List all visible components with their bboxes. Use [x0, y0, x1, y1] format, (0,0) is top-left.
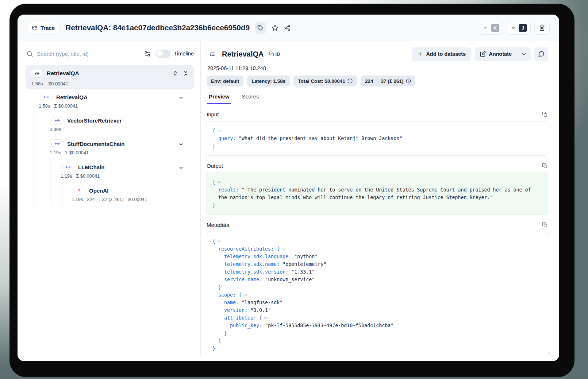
tree-node-metrics: 0.39s [50, 127, 61, 132]
tree-metric: 0.39s [50, 127, 61, 132]
json-key: public_key [230, 323, 259, 328]
json-punct: : [259, 277, 265, 282]
copy-icon [269, 51, 274, 57]
move-horizontal-icon [62, 163, 74, 171]
json-key: version [224, 308, 245, 313]
prev-trace-button[interactable]: K [479, 21, 503, 35]
collapse-chevron-icon[interactable] [244, 293, 247, 296]
tree-indent-guide [51, 160, 51, 206]
observation-detail-panel: RetrievalQA ID Add to datasets Annotate [201, 41, 559, 356]
json-value: "unknown_service" [265, 277, 315, 282]
trace-badge-label: Trace [41, 25, 55, 31]
json-punct [212, 195, 218, 200]
section-input: Input{ query: "What did the president sa… [206, 111, 548, 156]
tree-metric: 224 → 37 (Σ 261) [87, 197, 123, 202]
json-punct: } [224, 330, 227, 336]
star-icon[interactable] [272, 24, 278, 31]
json-content: { resourceAttributes: { telemetry.sdk.la… [212, 237, 542, 352]
copy-icon[interactable] [542, 222, 547, 228]
json-line: service.name: "unknown_service" [212, 277, 315, 282]
section-title: Metadata [207, 222, 230, 228]
tree-node-label: StuffDocumentsChain [67, 141, 125, 147]
section-title: Output [207, 163, 223, 169]
json-punct: } [212, 202, 215, 208]
tab-scores[interactable]: Scores [241, 91, 261, 104]
json-punct [212, 246, 218, 252]
tree-node-stuffdocumentschain[interactable]: StuffDocumentsChain [51, 139, 125, 148]
tree-metric: 1.19s [61, 173, 72, 179]
delete-trace-button[interactable] [534, 21, 550, 35]
json-key: telemetry.sdk.version [224, 269, 285, 275]
json-line: { [212, 239, 220, 244]
collapse-chevron-icon[interactable] [218, 180, 221, 183]
collapse-chevron-icon[interactable] [282, 247, 285, 250]
info-icon[interactable] [347, 78, 353, 84]
tree-node-metrics: 1.58sΣ $0.00041 [39, 103, 78, 109]
plus-icon [417, 51, 423, 57]
chevron-down-icon [510, 25, 516, 31]
json-line: public_key: "pk-lf-5855d85e-3943-497e-bd… [212, 323, 393, 328]
json-punct: } [212, 143, 215, 149]
pen-square-icon [480, 51, 486, 57]
info-icon[interactable] [406, 78, 411, 84]
json-punct [212, 300, 224, 305]
copy-id-button[interactable]: ID [269, 51, 280, 57]
tab-preview[interactable]: Preview [207, 91, 231, 104]
collapse-chevron-icon[interactable] [218, 239, 221, 243]
next-trace-button[interactable]: J [507, 21, 531, 35]
list-tree-icon [32, 25, 38, 31]
json-line: } [212, 338, 221, 344]
json-viewer: { query: "What did the president say abo… [206, 121, 548, 156]
trace-detail-window: Trace RetrievalQA: 84e1ac07dedbce3b2a236… [18, 15, 559, 361]
badge-label: 224 → 37 (Σ 261) [365, 78, 404, 84]
tree-node-retrievalqa[interactable]: RetrievalQA [40, 93, 88, 101]
share-icon[interactable] [284, 24, 291, 31]
json-punct: { [259, 315, 262, 321]
json-punct [212, 292, 218, 298]
comments-button[interactable] [534, 47, 548, 61]
json-punct: : [285, 269, 291, 275]
collapse-chevron-icon[interactable] [178, 165, 184, 171]
annotate-button-group: Annotate [475, 47, 531, 61]
json-line: } [212, 143, 215, 149]
annotate-dropdown-chevron-icon[interactable] [517, 47, 531, 61]
collapse-chevron-icon[interactable] [218, 128, 221, 132]
tree-node-llmchain[interactable]: LLMChain [62, 163, 105, 171]
annotate-button[interactable]: Annotate [475, 47, 517, 61]
json-key: service.name [224, 277, 259, 282]
resize-grip-icon[interactable] [546, 349, 550, 354]
badge-label: Latency: 1.58s [251, 78, 285, 84]
tag-icon[interactable] [255, 22, 266, 34]
add-to-datasets-button[interactable]: Add to datasets [412, 47, 471, 61]
tree-indent-guide [34, 113, 34, 206]
tree-metric: 1.19s [72, 197, 83, 202]
json-punct [212, 187, 218, 193]
json-line: scope: { [212, 292, 247, 298]
tree-node-vectorstoreretriever[interactable]: VectorStoreRetriever [51, 116, 122, 125]
json-punct: { [212, 128, 215, 134]
trace-tree-sidebar: Timeline RetrievalQA 1.58s $0.00041 Retr… [18, 41, 201, 356]
json-line: the nation's top legal minds who will co… [212, 195, 493, 200]
json-value: "pk-lf-5855d85e-3943-497e-bd10-f50ad414b… [265, 323, 393, 328]
metric-badge: Env: default [207, 76, 243, 86]
json-line: telemetry.sdk.version: "1.33.1" [212, 269, 315, 275]
section-title: Input [207, 111, 219, 117]
copy-icon[interactable] [542, 163, 547, 169]
copy-icon[interactable] [542, 112, 547, 117]
tree-node-openai[interactable]: OpenAI [73, 186, 108, 195]
collapse-chevron-icon[interactable] [178, 95, 184, 101]
page-title: RetrievalQA: 84e1ac07dedbce3b2a236b6ece6… [65, 23, 250, 32]
json-viewer: { result: " The president nominated her … [206, 173, 548, 215]
collapse-chevron-icon[interactable] [264, 316, 268, 319]
json-line: } [212, 330, 227, 336]
json-punct: : [233, 136, 239, 141]
collapse-chevron-icon[interactable] [178, 142, 184, 147]
json-punct: : [236, 300, 242, 305]
json-punct: : [288, 254, 294, 259]
json-key: telemetry.sdk.language [224, 254, 288, 259]
json-value: the nation's top legal minds who will co… [218, 195, 493, 200]
json-line: attributes: { [212, 315, 267, 321]
json-punct [212, 285, 218, 290]
tree-metric: Σ $0.00041 [65, 150, 89, 155]
sparkles-icon [73, 186, 85, 195]
